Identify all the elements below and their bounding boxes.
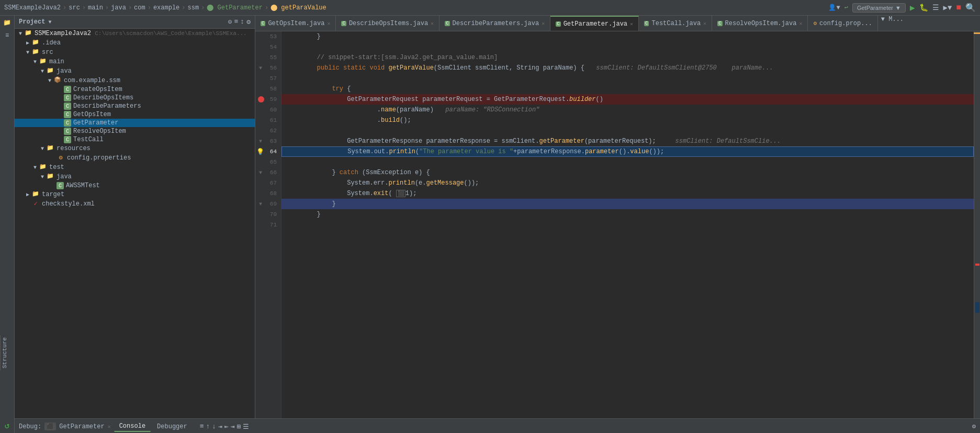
debug-step-icon2[interactable]: ⇤: [224, 423, 229, 431]
tree-src[interactable]: ▼ 📁 src: [15, 48, 255, 57]
debug-title-label: Debug:: [19, 423, 41, 430]
tab-describeparameters[interactable]: C DescribeParameters.java ✕: [440, 16, 550, 31]
line-num-71: 71: [266, 222, 279, 228]
fold-66[interactable]: ▼: [257, 170, 264, 176]
tree-idea[interactable]: ▶ 📁 .idea: [15, 38, 255, 48]
tab-testcall-close[interactable]: ✕: [703, 20, 706, 27]
tree-describe-ops[interactable]: C DescribeOpsItems: [15, 94, 255, 102]
gutter-row-60: 60: [255, 105, 281, 115]
tab-overflow[interactable]: ▼ M...: [878, 16, 907, 31]
tree-root[interactable]: ▼ 📁 SSMExampleJava2 C:\Users\scmacdon\AW…: [15, 29, 255, 38]
tree-test-java[interactable]: ▼ 📁 java: [15, 172, 255, 181]
project-icon[interactable]: 📁: [2, 18, 12, 28]
tree-java[interactable]: ▼ 📁 java: [15, 66, 255, 76]
tree-create-ops-item[interactable]: C CreateOpsItem: [15, 85, 255, 94]
more-run-icon[interactable]: ▶▼: [943, 3, 952, 12]
tree-resolve-ops[interactable]: C ResolveOpsItem: [15, 127, 255, 135]
java-expand-arrow[interactable]: ▼: [39, 69, 46, 74]
breadcrumb-item-1[interactable]: SSMExampleJava2: [4, 4, 61, 12]
tab-testcall[interactable]: C TestCall.java ✕: [639, 16, 712, 31]
package-expand-arrow[interactable]: ▼: [46, 78, 53, 84]
config-props-label: config.properties: [67, 154, 131, 162]
resources-expand-arrow[interactable]: ▼: [39, 146, 46, 152]
breadcrumb-item-2[interactable]: src: [69, 4, 80, 12]
test-java-expand-arrow[interactable]: ▼: [39, 174, 46, 180]
tree-main[interactable]: ▼ 📁 main: [15, 57, 255, 66]
tree-get-ops-item[interactable]: C GetOpsItem: [15, 110, 255, 119]
debug-down-icon[interactable]: ↓: [212, 423, 216, 431]
tab-describeopsitems-close[interactable]: ✕: [431, 20, 434, 27]
root-expand-arrow[interactable]: ▼: [17, 31, 24, 37]
breakpoint-dot-59[interactable]: [258, 96, 264, 102]
main-expand-arrow[interactable]: ▼: [31, 59, 39, 65]
debug-run-icon[interactable]: 🐛: [919, 3, 928, 12]
settings-icon[interactable]: ⚙: [246, 18, 251, 26]
debug-tab-console[interactable]: Console: [114, 421, 151, 432]
tree-test[interactable]: ▼ 📁 test: [15, 163, 255, 172]
debug-settings-icon[interactable]: ⚙: [972, 423, 976, 430]
debug-session-label[interactable]: GetParameter: [59, 423, 104, 430]
breadcrumb-item-4[interactable]: java: [111, 4, 126, 12]
breadcrumb-item-5[interactable]: com: [134, 4, 145, 12]
tab-resolveopsitem-close[interactable]: ✕: [799, 20, 802, 27]
tab-getopsitem[interactable]: C GetOpsItem.java ✕: [255, 16, 336, 31]
target-label: target: [42, 191, 64, 198]
tree-describe-params[interactable]: C DescribeParameters: [15, 102, 255, 110]
tree-checkstyle[interactable]: ✓ checkstyle.xml: [15, 199, 255, 209]
tab-getopsitem-close[interactable]: ✕: [327, 20, 330, 27]
panel-dropdown-icon[interactable]: ▼: [48, 19, 51, 25]
structure-icon[interactable]: ≡: [4, 31, 10, 40]
breadcrumb-item-method[interactable]: ⬤ getParaValue: [271, 4, 326, 12]
breadcrumb-item-7[interactable]: ssm: [188, 4, 199, 12]
debug-tab-debugger[interactable]: Debugger: [152, 422, 193, 431]
tab-describeparameters-close[interactable]: ✕: [542, 20, 545, 27]
run-config-button[interactable]: GetParameter ▼: [852, 3, 906, 13]
code-content-area[interactable]: } // snippet-start:[ssm.Java2.get_para_v…: [281, 31, 974, 418]
line-num-59: 59: [266, 96, 279, 102]
debug-align-icon[interactable]: ☰: [243, 423, 249, 431]
debug-grid-icon[interactable]: ⊞: [237, 423, 241, 431]
fold-56[interactable]: ▼: [257, 65, 264, 71]
bulb-icon-64[interactable]: 💡: [256, 148, 264, 156]
tab-configprop[interactable]: ⚙ config.prop...: [808, 16, 877, 31]
target-expand-arrow[interactable]: ▶: [24, 191, 31, 198]
gutter-row-67: 67: [255, 178, 281, 188]
gutter-row-53: 53: [255, 31, 281, 42]
project-tree[interactable]: ▼ 📁 SSMExampleJava2 C:\Users\scmacdon\AW…: [15, 29, 255, 418]
tab-getparameter-close[interactable]: ✕: [630, 21, 633, 27]
debug-restart-icon[interactable]: ↺: [5, 420, 10, 431]
fold-63[interactable]: ▼: [257, 139, 264, 144]
tab-describeopsitems[interactable]: C DescribeOpsItems.java ✕: [336, 16, 440, 31]
debug-session-close[interactable]: ✕: [108, 424, 111, 430]
debug-step-icon1[interactable]: ⇥: [218, 423, 222, 431]
breadcrumb-item-6[interactable]: example: [153, 4, 179, 12]
tree-aws-ssm-test[interactable]: C AWSSMTest: [15, 181, 255, 190]
fold-69[interactable]: ▼: [257, 201, 264, 207]
breadcrumb-item-3[interactable]: main: [88, 4, 103, 12]
tab-getparameter-icon: C: [556, 21, 560, 27]
tree-get-parameter[interactable]: C GetParameter: [15, 119, 255, 127]
gutter-row-55: 55: [255, 52, 281, 63]
tree-test-call[interactable]: C TestCall: [15, 135, 255, 144]
locate-icon[interactable]: ⊙: [228, 18, 232, 26]
coverage-icon[interactable]: ☰: [932, 3, 939, 12]
search-icon[interactable]: 🔍: [965, 3, 976, 13]
tab-getparameter[interactable]: C GetParameter.java ✕: [550, 16, 639, 31]
src-expand-arrow[interactable]: ▼: [24, 50, 31, 55]
idea-expand-arrow[interactable]: ▶: [24, 40, 31, 46]
breadcrumb-item-class[interactable]: ⬤ GetParameter: [207, 4, 263, 12]
tab-resolveopsitem[interactable]: C ResolveOpsItem.java ✕: [712, 16, 808, 31]
debug-layout-icon[interactable]: ≡: [200, 423, 204, 431]
debug-step-icon3[interactable]: ⇥: [231, 423, 235, 431]
tree-package[interactable]: ▼ 📦 com.example.ssm: [15, 76, 255, 85]
code-line-69: }: [281, 199, 974, 209]
debug-up-icon[interactable]: ↑: [206, 423, 210, 431]
collapse-all-icon[interactable]: ≡: [234, 18, 239, 26]
stop-icon[interactable]: ■: [956, 3, 961, 13]
tree-resources[interactable]: ▼ 📁 resources: [15, 144, 255, 153]
tree-config-props[interactable]: ⚙ config.properties: [15, 153, 255, 163]
run-icon[interactable]: ▶: [910, 3, 915, 13]
sort-icon[interactable]: ↕: [240, 18, 244, 26]
tree-target[interactable]: ▶ 📁 target: [15, 190, 255, 199]
test-expand-arrow[interactable]: ▼: [31, 165, 39, 170]
